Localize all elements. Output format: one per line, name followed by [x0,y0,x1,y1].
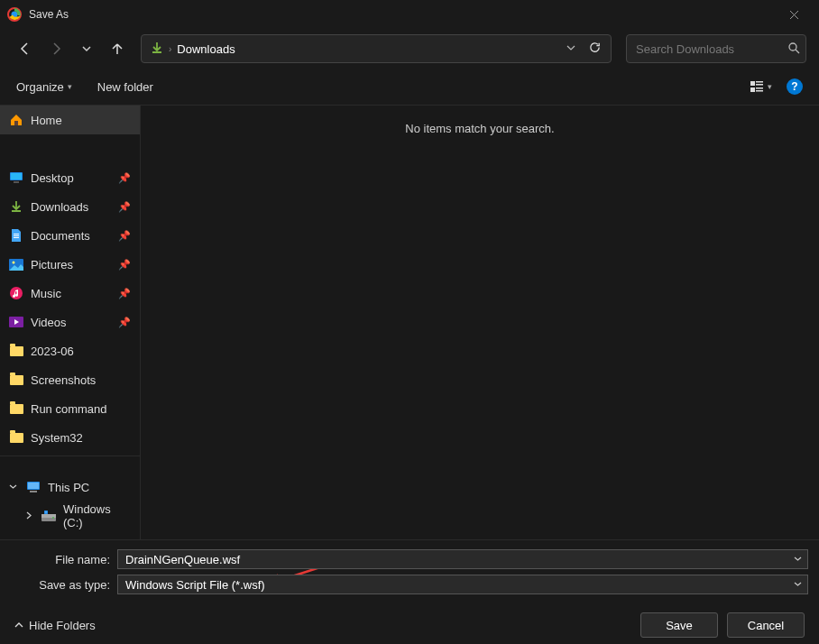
svg-point-2 [789,43,796,51]
file-list-area[interactable]: No items match your search. [141,106,819,539]
refresh-button[interactable] [588,41,602,57]
videos-icon [9,315,23,329]
sidebar-item-documents[interactable]: Documents 📌 [0,221,140,250]
title-bar: Save As [0,0,819,29]
documents-icon [9,228,23,243]
svg-rect-22 [30,491,37,492]
sidebar-item-label: Desktop [31,171,74,185]
sidebar-item-label: Videos [31,316,67,329]
sidebar-item-label: This PC [48,481,89,494]
close-button[interactable] [776,1,812,28]
sidebar-item-label: Home [31,114,62,127]
filetype-select[interactable]: Windows Script File (*.wsf) [117,575,808,594]
new-folder-button[interactable]: New folder [97,80,153,94]
organize-label: Organize [16,80,64,94]
pictures-icon [9,257,23,271]
svg-rect-26 [45,511,48,514]
forward-button[interactable] [43,36,69,61]
pin-icon: 📌 [118,317,131,328]
svg-rect-15 [14,237,19,238]
back-button[interactable] [13,36,38,61]
svg-point-18 [10,287,23,299]
sidebar-item-drive[interactable]: Windows (C:) [0,501,140,530]
help-button[interactable]: ? [787,78,803,95]
svg-rect-4 [756,81,763,83]
cancel-button[interactable]: Cancel [727,612,805,638]
sidebar-item-downloads[interactable]: Downloads 📌 [0,192,140,221]
pin-icon: 📌 [118,230,131,242]
sidebar-item-videos[interactable]: Videos 📌 [0,308,140,336]
hide-folders-button[interactable]: Hide Folders [14,619,96,632]
up-button[interactable] [105,36,130,61]
search-input[interactable] [636,42,787,56]
save-button[interactable]: Save [640,612,718,638]
chevron-down-icon [9,483,17,492]
svg-rect-5 [756,84,763,86]
svg-rect-8 [756,90,763,92]
filetype-label: Save as type: [11,578,117,592]
sidebar-item-label: Pictures [31,258,73,271]
chevron-down-icon: ▾ [68,82,72,91]
chevron-down-icon[interactable] [794,555,802,565]
downloads-icon [151,41,163,57]
pin-icon: 📌 [118,201,131,213]
sidebar-item-label: Screenshots [31,373,96,387]
svg-rect-9 [14,121,18,125]
pin-icon: 📌 [118,172,131,184]
thispc-icon [26,480,41,494]
breadcrumb-separator-icon: › [169,44,171,54]
filetype-value: Windows Script File (*.wsf) [125,578,265,592]
sidebar-item-label: Documents [31,229,90,243]
chevron-down-icon: ▾ [768,82,772,91]
organize-button[interactable]: Organize▾ [16,80,72,94]
search-icon [787,41,800,57]
recent-dropdown[interactable] [74,36,99,61]
address-bar[interactable]: › Downloads [141,34,612,63]
search-bar[interactable] [626,34,806,63]
sidebar-item-label: Windows (C:) [63,502,131,529]
drive-icon [41,509,56,523]
sidebar-item-home[interactable]: Home [0,106,140,134]
music-icon [9,286,23,300]
pin-icon: 📌 [118,288,131,299]
downloads-icon [9,199,23,214]
sidebar-item-desktop[interactable]: Desktop 📌 [0,163,140,192]
sidebar-item-thispc[interactable]: This PC [0,473,140,501]
sidebar-item-label: 2023-06 [31,345,74,358]
sidebar-item-label: Music [31,287,61,300]
sidebar-item-folder2[interactable]: Screenshots [0,365,140,394]
sidebar-item-folder1[interactable]: 2023-06 [0,336,140,365]
pin-icon: 📌 [118,259,131,271]
hide-folders-label: Hide Folders [29,619,96,632]
sidebar-item-label: Downloads [31,200,88,214]
chevron-down-icon[interactable] [794,580,802,590]
nav-bar: › Downloads [0,29,819,69]
sidebar-item-label: Run command [31,402,107,416]
chevron-right-icon [25,511,32,521]
sidebar-item-pictures[interactable]: Pictures 📌 [0,250,140,279]
chevron-up-icon [14,619,23,632]
folder-icon [9,430,23,445]
svg-point-17 [13,261,15,263]
breadcrumb-location[interactable]: Downloads [177,42,561,56]
history-dropdown-icon[interactable] [566,43,575,54]
sidebar-item-folder3[interactable]: Run command [0,394,140,423]
folder-icon [9,344,23,358]
svg-rect-12 [14,181,19,183]
folder-icon [9,373,23,387]
toolbar: Organize▾ New folder ▾ ? [0,69,819,105]
svg-rect-11 [11,173,22,179]
svg-rect-21 [28,483,39,489]
svg-rect-3 [750,81,755,86]
svg-point-27 [52,517,54,519]
bottom-panel: File name: DrainNGenQueue.wsf Save as ty… [0,539,819,644]
svg-rect-14 [14,235,19,236]
svg-rect-7 [756,87,763,89]
filename-input[interactable]: DrainNGenQueue.wsf [117,549,808,569]
sidebar-item-folder4[interactable]: System32 [0,423,140,452]
sidebar-item-music[interactable]: Music 📌 [0,279,140,308]
body-area: Home Desktop 📌 Downloads 📌 Documents 📌 P… [0,105,819,539]
sidebar: Home Desktop 📌 Downloads 📌 Documents 📌 P… [0,106,141,539]
sidebar-item-label: System32 [31,431,83,445]
view-options-button[interactable]: ▾ [750,79,772,94]
